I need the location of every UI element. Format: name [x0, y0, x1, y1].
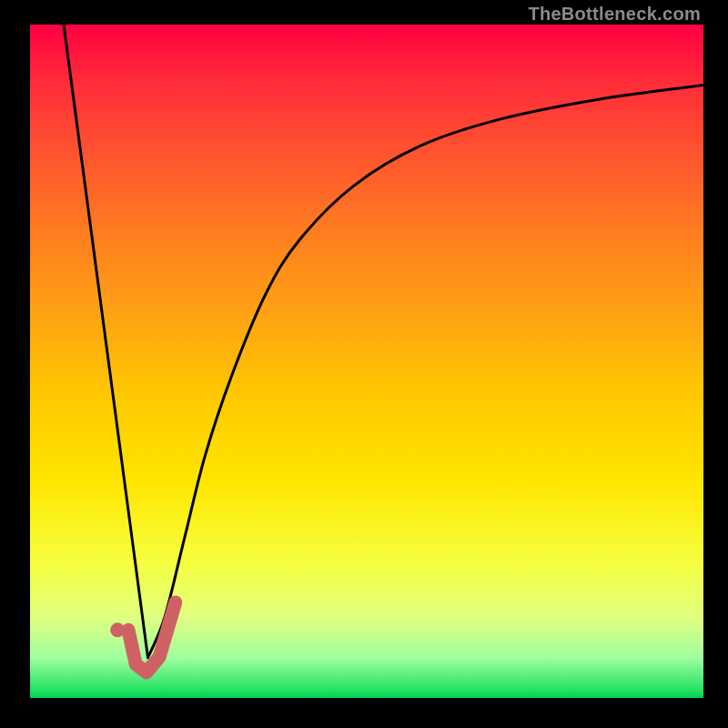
watermark-text: TheBottleneck.com	[528, 4, 701, 25]
curves-layer	[30, 25, 703, 698]
marker-hook	[128, 602, 176, 672]
marker-dot	[110, 622, 125, 637]
plot-area	[30, 25, 703, 698]
chart-frame: TheBottleneck.com	[0, 0, 728, 728]
left-branch-curve	[64, 25, 148, 658]
right-branch-curve	[148, 86, 704, 658]
